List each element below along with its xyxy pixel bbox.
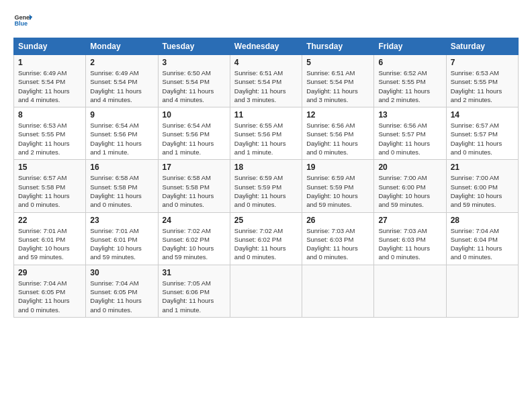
day-detail: Sunrise: 6:57 AMSunset: 5:58 PMDaylight:…: [18, 173, 81, 209]
day-detail: Sunrise: 7:03 AMSunset: 6:03 PMDaylight:…: [378, 226, 441, 262]
table-row: [230, 265, 302, 317]
logo: General Blue: [13, 11, 32, 30]
day-number: 16: [90, 163, 153, 172]
calendar-row: 22Sunrise: 7:01 AMSunset: 6:01 PMDayligh…: [14, 212, 519, 265]
day-number: 2: [90, 58, 153, 67]
table-row: 25Sunrise: 7:02 AMSunset: 6:02 PMDayligh…: [230, 212, 302, 265]
table-row: 2Sunrise: 6:49 AMSunset: 5:54 PMDaylight…: [86, 55, 158, 107]
day-detail: Sunrise: 6:50 AMSunset: 5:54 PMDaylight:…: [163, 68, 226, 104]
day-number: 18: [234, 163, 298, 172]
calendar-row: 15Sunrise: 6:57 AMSunset: 5:58 PMDayligh…: [14, 160, 519, 212]
day-number: 22: [18, 216, 81, 225]
table-row: 3Sunrise: 6:50 AMSunset: 5:54 PMDaylight…: [158, 55, 230, 107]
col-saturday: Saturday: [446, 38, 518, 55]
col-sunday: Sunday: [14, 38, 86, 55]
table-row: 30Sunrise: 7:04 AMSunset: 6:05 PMDayligh…: [86, 265, 158, 317]
day-detail: Sunrise: 6:56 AMSunset: 5:57 PMDaylight:…: [378, 121, 441, 156]
calendar-row: 8Sunrise: 6:53 AMSunset: 5:55 PMDaylight…: [14, 107, 519, 160]
calendar-row: 29Sunrise: 7:04 AMSunset: 6:05 PMDayligh…: [14, 265, 519, 317]
day-number: 1: [18, 58, 81, 67]
day-detail: Sunrise: 6:49 AMSunset: 5:54 PMDaylight:…: [18, 68, 81, 104]
col-monday: Monday: [86, 38, 158, 55]
day-detail: Sunrise: 7:02 AMSunset: 6:02 PMDaylight:…: [163, 226, 226, 262]
table-row: 16Sunrise: 6:58 AMSunset: 5:58 PMDayligh…: [86, 160, 158, 212]
day-detail: Sunrise: 6:51 AMSunset: 5:54 PMDaylight:…: [234, 68, 298, 104]
day-number: 30: [90, 268, 153, 277]
day-number: 17: [163, 163, 226, 172]
day-detail: Sunrise: 6:53 AMSunset: 5:55 PMDaylight:…: [451, 68, 514, 104]
table-row: 17Sunrise: 6:58 AMSunset: 5:58 PMDayligh…: [158, 160, 230, 212]
table-row: 19Sunrise: 6:59 AMSunset: 5:59 PMDayligh…: [302, 160, 374, 212]
day-number: 7: [451, 58, 514, 67]
day-detail: Sunrise: 6:58 AMSunset: 5:58 PMDaylight:…: [90, 173, 153, 209]
day-number: 13: [378, 110, 441, 120]
day-detail: Sunrise: 7:01 AMSunset: 6:01 PMDaylight:…: [18, 226, 81, 262]
table-row: 14Sunrise: 6:57 AMSunset: 5:57 PMDayligh…: [446, 107, 518, 160]
calendar-table: Sunday Monday Tuesday Wednesday Thursday…: [13, 38, 519, 318]
day-detail: Sunrise: 7:00 AMSunset: 6:00 PMDaylight:…: [451, 173, 514, 209]
day-detail: Sunrise: 6:52 AMSunset: 5:55 PMDaylight:…: [378, 68, 441, 104]
day-number: 19: [306, 163, 369, 172]
day-detail: Sunrise: 6:59 AMSunset: 5:59 PMDaylight:…: [234, 173, 298, 209]
table-row: 31Sunrise: 7:05 AMSunset: 6:06 PMDayligh…: [158, 265, 230, 317]
day-number: 23: [90, 216, 153, 225]
day-detail: Sunrise: 7:05 AMSunset: 6:06 PMDaylight:…: [163, 279, 226, 314]
table-row: 7Sunrise: 6:53 AMSunset: 5:55 PMDaylight…: [446, 55, 518, 107]
day-number: 28: [451, 216, 514, 225]
page-header: General Blue: [13, 11, 519, 30]
day-number: 5: [306, 58, 369, 67]
day-detail: Sunrise: 6:49 AMSunset: 5:54 PMDaylight:…: [90, 68, 153, 104]
day-detail: Sunrise: 6:58 AMSunset: 5:58 PMDaylight:…: [163, 173, 226, 209]
table-row: 22Sunrise: 7:01 AMSunset: 6:01 PMDayligh…: [14, 212, 86, 265]
day-number: 21: [451, 163, 514, 172]
header-row: Sunday Monday Tuesday Wednesday Thursday…: [14, 38, 519, 55]
table-row: 15Sunrise: 6:57 AMSunset: 5:58 PMDayligh…: [14, 160, 86, 212]
table-row: 1Sunrise: 6:49 AMSunset: 5:54 PMDaylight…: [14, 55, 86, 107]
table-row: 9Sunrise: 6:54 AMSunset: 5:56 PMDaylight…: [86, 107, 158, 160]
day-number: 3: [163, 58, 226, 67]
table-row: 28Sunrise: 7:04 AMSunset: 6:04 PMDayligh…: [446, 212, 518, 265]
col-tuesday: Tuesday: [158, 38, 230, 55]
day-detail: Sunrise: 7:02 AMSunset: 6:02 PMDaylight:…: [234, 226, 298, 262]
day-number: 20: [378, 163, 441, 172]
table-row: 8Sunrise: 6:53 AMSunset: 5:55 PMDaylight…: [14, 107, 86, 160]
day-detail: Sunrise: 7:00 AMSunset: 6:00 PMDaylight:…: [378, 173, 441, 209]
day-number: 24: [163, 216, 226, 225]
table-row: 20Sunrise: 7:00 AMSunset: 6:00 PMDayligh…: [374, 160, 446, 212]
day-number: 4: [234, 58, 298, 67]
day-number: 8: [18, 110, 81, 120]
day-number: 9: [90, 110, 153, 120]
day-detail: Sunrise: 7:04 AMSunset: 6:04 PMDaylight:…: [451, 226, 514, 262]
day-number: 25: [234, 216, 298, 225]
day-detail: Sunrise: 6:59 AMSunset: 5:59 PMDaylight:…: [306, 173, 369, 209]
table-row: 29Sunrise: 7:04 AMSunset: 6:05 PMDayligh…: [14, 265, 86, 317]
table-row: [446, 265, 518, 317]
day-detail: Sunrise: 7:01 AMSunset: 6:01 PMDaylight:…: [90, 226, 153, 262]
table-row: 10Sunrise: 6:54 AMSunset: 5:56 PMDayligh…: [158, 107, 230, 160]
day-number: 11: [234, 110, 298, 120]
day-number: 12: [306, 110, 369, 120]
day-detail: Sunrise: 7:04 AMSunset: 6:05 PMDaylight:…: [18, 279, 81, 314]
day-number: 14: [451, 110, 514, 120]
day-detail: Sunrise: 6:53 AMSunset: 5:55 PMDaylight:…: [18, 121, 81, 156]
table-row: 4Sunrise: 6:51 AMSunset: 5:54 PMDaylight…: [230, 55, 302, 107]
day-number: 15: [18, 163, 81, 172]
col-thursday: Thursday: [302, 38, 374, 55]
day-number: 26: [306, 216, 369, 225]
day-detail: Sunrise: 6:54 AMSunset: 5:56 PMDaylight:…: [163, 121, 226, 156]
col-friday: Friday: [374, 38, 446, 55]
svg-text:Blue: Blue: [14, 20, 28, 27]
day-detail: Sunrise: 6:51 AMSunset: 5:54 PMDaylight:…: [306, 68, 369, 104]
table-row: 13Sunrise: 6:56 AMSunset: 5:57 PMDayligh…: [374, 107, 446, 160]
day-detail: Sunrise: 6:57 AMSunset: 5:57 PMDaylight:…: [451, 121, 514, 156]
day-detail: Sunrise: 6:55 AMSunset: 5:56 PMDaylight:…: [234, 121, 298, 156]
table-row: 27Sunrise: 7:03 AMSunset: 6:03 PMDayligh…: [374, 212, 446, 265]
table-row: 5Sunrise: 6:51 AMSunset: 5:54 PMDaylight…: [302, 55, 374, 107]
table-row: 18Sunrise: 6:59 AMSunset: 5:59 PMDayligh…: [230, 160, 302, 212]
col-wednesday: Wednesday: [230, 38, 302, 55]
day-detail: Sunrise: 6:54 AMSunset: 5:56 PMDaylight:…: [90, 121, 153, 156]
table-row: 24Sunrise: 7:02 AMSunset: 6:02 PMDayligh…: [158, 212, 230, 265]
day-number: 10: [163, 110, 226, 120]
table-row: 23Sunrise: 7:01 AMSunset: 6:01 PMDayligh…: [86, 212, 158, 265]
day-number: 27: [378, 216, 441, 225]
